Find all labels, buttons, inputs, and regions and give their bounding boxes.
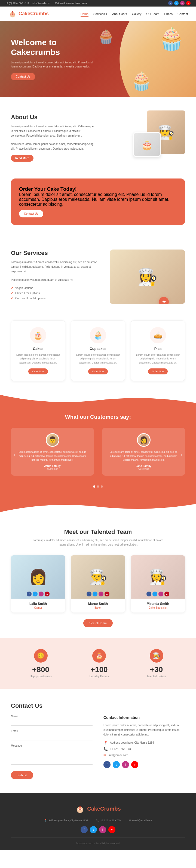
testimonial-2-text: Lorem ipsum dolor sit amet, consectetur … (108, 450, 180, 462)
contact-address-text: Address goes here, City Name 1234 (110, 741, 154, 744)
team-grid: 👩 f t i p Laila Smith Owner 👨‍🍳 f t i (11, 555, 185, 613)
contact-phone: 📞 +1 123 - 456 - 789 (104, 747, 185, 751)
nav-gallery[interactable]: Gallery (132, 12, 142, 16)
testimonial-1-text: Lorem ipsum dolor sit amet, consectetur … (16, 450, 88, 462)
nav-links: Home Services ▾ About Us ▾ Gallery Our T… (81, 11, 188, 16)
nav-team[interactable]: Our Team (146, 12, 159, 16)
services-list: ✔ Vegan Options ✔ Gluten Free Options ✔ … (11, 286, 102, 300)
services-section: Our Services Lorem ipsum dolor sit amet,… (0, 239, 196, 315)
topbar-facebook-icon[interactable]: f (168, 1, 173, 5)
miranda-pinterest-icon[interactable]: p (164, 592, 169, 596)
miranda-twitter-icon[interactable]: t (152, 592, 157, 596)
see-all-team-button[interactable]: See all Team (83, 619, 112, 627)
topbar-instagram-icon[interactable]: in (180, 1, 185, 5)
marco-pinterest-icon[interactable]: p (105, 592, 109, 596)
address-icon: 📍 (104, 741, 108, 745)
order-cta-button[interactable]: Contact Us (19, 210, 43, 217)
footer-twitter-icon[interactable]: t (90, 826, 97, 833)
contact-twitter-icon[interactable]: t (113, 761, 120, 768)
stat-bakers-number: +30 (147, 665, 166, 674)
nav-prices[interactable]: Prices (164, 12, 173, 16)
team-marco-role: Baker (74, 606, 122, 609)
team-marco-info: Marco Smith Baker (71, 599, 125, 613)
footer-phone-icon: 📞 (96, 819, 99, 822)
contact-youtube-icon[interactable]: y (131, 761, 138, 768)
service-cupcakes-icon: 🧁 (90, 327, 106, 343)
contact-address: 📍 Address goes here, City Name 1234 (104, 741, 185, 745)
footer-address-icon: 📍 (44, 819, 47, 822)
contact-facebook-icon[interactable]: f (104, 761, 111, 768)
form-message-input[interactable] (11, 748, 92, 765)
service-cakes-title: Cakes (16, 347, 61, 351)
team-miranda-role: Cake Specialist (134, 606, 182, 609)
hero-cta-button[interactable]: Contact Us (11, 73, 35, 80)
service-cupcakes-desc: Lorem ipsum dolor sit amet, consectetur … (76, 353, 120, 365)
laila-facebook-icon[interactable]: f (27, 592, 32, 596)
form-submit-button[interactable]: Submit (11, 771, 33, 779)
stat-happy-icon: 😊 (34, 649, 48, 662)
contact-section: Contact Us Name Email * Message Submit C… (0, 689, 196, 793)
service-pies-button[interactable]: Order Now (148, 368, 168, 374)
testimonial-1-name: Janie Family (16, 464, 88, 467)
stat-birthday-parties: 🎂 +100 Birthday Parties (89, 649, 109, 678)
form-name-input[interactable] (11, 719, 92, 726)
service-pies-desc: Lorem ipsum dolor sit amet, consectetur … (135, 353, 180, 365)
stat-bakers-label: Talented Bakers (147, 675, 166, 678)
testimonial-dots (11, 486, 185, 488)
service-pies-icon: 🥧 (150, 327, 166, 343)
hero-cupcake-2: 🧁 (131, 71, 152, 91)
laila-instagram-icon[interactable]: i (39, 592, 44, 596)
footer-youtube-icon[interactable]: y (108, 826, 115, 833)
team-card-laila: 👩 f t i p Laila Smith Owner (11, 555, 65, 613)
marco-twitter-icon[interactable]: t (92, 592, 97, 596)
hero-title: Welcome to Cakecrumbs (11, 37, 98, 57)
wave-top (0, 395, 196, 406)
testimonials-grid: 👨 Lorem ipsum dolor sit amet, consectetu… (11, 428, 185, 476)
stat-birthday-number: +100 (89, 665, 109, 674)
team-miranda-avatar: 👩‍🍳 (149, 568, 167, 586)
team-laila-info: Laila Smith Owner (11, 599, 65, 613)
laila-twitter-icon[interactable]: t (33, 592, 37, 596)
topbar-twitter-icon[interactable]: t (174, 1, 178, 5)
service-card-cupcakes: 🧁 Cupcakes Lorem ipsum dolor sit amet, c… (71, 320, 125, 381)
footer-facebook-icon[interactable]: f (81, 826, 88, 833)
dot-1[interactable] (93, 486, 95, 488)
service-cakes-button[interactable]: Order Now (28, 368, 48, 374)
service-cupcakes-button[interactable]: Order Now (88, 368, 108, 374)
contact-socials: f t i y (104, 761, 185, 768)
testimonial-next-arrow[interactable]: › (180, 452, 183, 458)
topbar-youtube-icon[interactable]: y (186, 1, 191, 5)
contact-instagram-icon[interactable]: i (122, 761, 129, 768)
miranda-facebook-icon[interactable]: f (146, 592, 151, 596)
dot-3[interactable] (101, 486, 103, 488)
marco-instagram-icon[interactable]: i (99, 592, 104, 596)
order-cta-heading: Order Your Cake Today! (19, 186, 177, 192)
about-small-image: 🎂 (133, 132, 161, 157)
contact-email-text: info@email.com (109, 754, 128, 757)
marco-facebook-icon[interactable]: f (87, 592, 91, 596)
services-heart-icon: ❤ (159, 297, 169, 304)
nav-about[interactable]: About Us ▾ (112, 12, 127, 16)
testimonial-2-avatar: 👩 (137, 433, 150, 447)
hero-cupcake-3: 🧁 (97, 29, 114, 44)
nav-services[interactable]: Services ▾ (93, 12, 107, 16)
laila-pinterest-icon[interactable]: p (45, 592, 50, 596)
footer-logo-text: CakeCrumbs (87, 806, 120, 812)
contact-phone-text: +1 123 - 456 - 789 (110, 747, 132, 750)
footer-instagram-icon[interactable]: i (99, 826, 106, 833)
stat-happy-number: +800 (30, 665, 52, 674)
dot-2[interactable] (97, 486, 99, 488)
services-desc2: Pellentesque in volutpat arcu, quam et v… (11, 278, 102, 282)
cake-icon: 🎂 (141, 140, 153, 149)
services-list-item-3: ✔ Corn and Low fat options (11, 296, 102, 300)
wave-bottom (0, 501, 196, 512)
about-read-more-button[interactable]: Read More (11, 155, 33, 162)
team-heading: Meet our Talented Team (11, 528, 185, 535)
miranda-instagram-icon[interactable]: i (159, 592, 163, 596)
stat-birthday-icon: 🎂 (92, 649, 106, 662)
nav-home[interactable]: Home (81, 12, 88, 17)
form-email-input[interactable] (11, 734, 92, 740)
contact-info-heading: Contact Information (104, 715, 185, 720)
team-laila-avatar: 👩 (29, 568, 48, 586)
nav-contact[interactable]: Contact (177, 12, 188, 16)
